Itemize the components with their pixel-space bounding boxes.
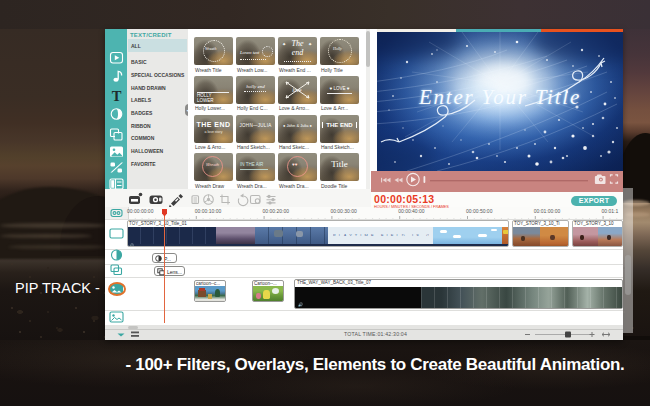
svg-text:Enter Your Title: Enter Your Title: [418, 85, 581, 109]
svg-text:love: love: [292, 87, 301, 93]
svg-text:T: T: [112, 88, 122, 104]
